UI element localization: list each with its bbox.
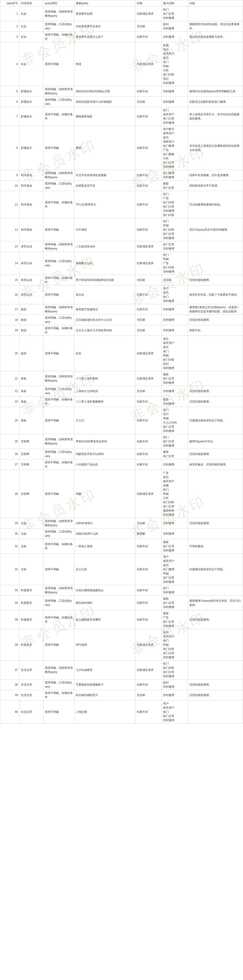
cell-issue: 微博对长信息的query需求理解能力差。 (188, 86, 243, 97)
cell-qt: 需求明确，结构简单清晰的query (43, 434, 74, 449)
cell-disp: 实时微博 (162, 304, 188, 315)
cell-q: 今年潮流 (74, 218, 136, 241)
cell-cat: 时尚美妆 (19, 218, 43, 241)
cell-issue (188, 371, 243, 386)
cell-idx: 30 (0, 528, 19, 539)
cell-disp: 热门用户同城片儿川百科热门文章实时微博 (162, 407, 188, 434)
cell-qt: 需求明确，结构简单清晰的query (43, 241, 74, 252)
cell-cat: 美食 (19, 407, 43, 434)
cell-disp: 热门相关用户热门文章实时微博 (162, 107, 188, 126)
table-row: 40生活记录需求不明确上海交通结果不好用户相关用户热门热门文章实时微博 (0, 700, 243, 724)
cell-cat: 生活记录 (19, 700, 43, 724)
cell-disp: 最新热门文章 (162, 181, 188, 191)
cell-q: TF口红推荐色号 (74, 191, 136, 218)
cell-issue: 可用性极差。 (188, 539, 243, 554)
table-row: 34科普教育需求明确，口语化的query西瓜啥时候吃结果不好最新热门文章实时微博… (0, 596, 243, 610)
table-row: 38生活记录需求明确，口语化的query可爱搞笑拍卖视频段子结果不好提问实时微博… (0, 679, 243, 690)
table-row: 30文娱需求明确，口语化的query动物庄园讲什么的被屏蔽实时微博 (0, 528, 243, 539)
cell-idx: 37 (0, 661, 19, 679)
table-row: 20旅游需求不明确奈良结果满足需求地点相关用户超话热门同城热门问答游记实时微博 (0, 336, 243, 371)
cell-qt: 需求不明确，有额外条件 (43, 396, 74, 407)
cell-q: 减脂餐怎么吃 (74, 252, 136, 275)
cell-issue: 搜索需求没有得到起因，而仅仅是香港事件。 (188, 21, 243, 32)
cell-q: 可爱搞笑拍卖视频段子 (74, 679, 136, 690)
cell-disp: 最新热门文章实时微博 (162, 596, 188, 610)
cell-disp: 提问实时微博 (162, 679, 188, 690)
cell-issue: 最新微博与query相关性非常差，完全可以换掉。 (188, 596, 243, 610)
cell-cat: 美食 (19, 386, 43, 396)
cell-disp: 实时微博 (162, 518, 188, 528)
cell-q: 1084作者简介 (74, 518, 136, 528)
table-row: 31文娱需求不明确，有额外条件一举成人资源结果不好最新热门文章实时微博可用性极差… (0, 539, 243, 554)
cell-issue: 并没有把上海堡垒以及鹿晗相关的信息展示在前面。 (188, 126, 243, 170)
cell-cat: 互联网 (19, 470, 43, 518)
cell-cat: 科普教育 (19, 610, 43, 629)
cell-disp: 超话相关用户热门同城热门问答热门文章实时微博 (162, 629, 188, 661)
cell-cat: 生活记录 (19, 690, 43, 700)
cell-issue: 结果中有该视频，但不是原微博。 (188, 170, 243, 181)
cell-qt: 需求不明确 (43, 285, 74, 304)
cell-qt: 需求不明确 (43, 218, 74, 241)
table-row: 25互联网需求明确，结构简单清晰的query苹果2019秋季发布会时间结果不好热… (0, 434, 243, 449)
cell-cat: 时尚美妆 (19, 191, 43, 218)
cell-issue: 没找到相应微博。 (188, 396, 243, 407)
cell-q: 香港事件起因 (74, 6, 136, 21)
cell-q: 上海交通 (74, 700, 136, 724)
cell-issue: 微博第2条真正符合我的query，但是第一条微博仅仅是关键词匹配，就乱匹配来。 (188, 304, 243, 315)
cell-idx: 5 (0, 86, 19, 97)
cell-qt: 需求明确，口语化的query (43, 679, 74, 690)
cell-cat: 体育运动 (19, 252, 43, 275)
cell-issue (188, 241, 243, 252)
cell-res: 无结果 (136, 325, 162, 336)
cell-idx: 7 (0, 107, 19, 126)
cell-qt: 需求明确，口语化的query (43, 596, 74, 610)
cell-idx: 18 (0, 315, 19, 325)
header-row: case序号 内容类型 query类型 搜索query 结果 展示结构 问题 (0, 0, 243, 6)
table-row: 36科普教育需求不明确HPV疫苗结果满足需求超话相关用户热门同城热门问答热门文章… (0, 629, 243, 661)
cell-issue: 没找到相应微博。 (188, 610, 243, 629)
cell-idx: 12 (0, 218, 19, 241)
cell-q: 十三香小龙虾教程 (74, 371, 136, 386)
cell-disp: 最新热门文章实时微博 (162, 539, 188, 554)
cell-cat: 互联网 (19, 449, 43, 459)
cell-idx: 1 (0, 6, 19, 21)
cell-cat: 美食 (19, 371, 43, 386)
cell-q: 台风白鹿登陆福建地点 (74, 585, 136, 596)
cell-q: 莎士比亚 (74, 554, 136, 585)
cell-res: 结果不好 (136, 434, 162, 449)
cell-cat: 互联网 (19, 459, 43, 470)
cell-issue: 对搜索结果的排列过于死板。 (188, 407, 243, 434)
cell-q: 拉双眼皮贵不贵 (74, 181, 136, 191)
cell-idx: 23 (0, 396, 19, 407)
cell-res: 结果不好 (136, 218, 162, 241)
cell-q: 鹿晗最新电影 (74, 107, 136, 126)
cell-res: 结果满足需求 (136, 629, 162, 661)
table-row: 14体育运动需求明确，口语化的query减脂餐怎么吃结果满足需求热门同城广告热门… (0, 252, 243, 275)
table-row: 18旅游需求明确，口语化的query从茨城机场到东京有什么办法无结果实时微博没找… (0, 315, 243, 325)
cell-cat: 科普教育 (19, 585, 43, 596)
cell-disp: 实时微博 (162, 32, 188, 42)
cell-qt: 需求明确，口语化的query (43, 315, 74, 325)
table-row: 33科普教育需求明确，结构简单清晰的query台风白鹿登陆福建地点结果不好热门实… (0, 585, 243, 596)
table-row: 32文娱需求不明确莎士比亚结果不好用户相关用户超话热门微博同城热门文章实时微博对… (0, 554, 243, 585)
table-row: 13体育运动需求明确，结构简单清晰的query二头肌训练动作结果满足需求热门文章… (0, 241, 243, 252)
cell-disp: 最新热门文章 (162, 449, 188, 459)
cell-cat: 影视娱乐 (19, 86, 43, 97)
cell-idx: 38 (0, 679, 19, 690)
cell-res: 结果满足需求 (136, 661, 162, 679)
cell-issue: 没找到相应微博。 (188, 690, 243, 700)
cell-qt: 需求明确，口语化的query (43, 252, 74, 275)
cell-res: 结果不好 (136, 449, 162, 459)
cell-res: 结果不好 (136, 459, 162, 470)
table-row: 15体育运动需求不明确，有额外条件男子双划500米划艇赛现在结果无结果无结果没找… (0, 275, 243, 285)
cases-table: case序号 内容类型 query类型 搜索query 结果 展示结构 问题 1… (0, 0, 243, 724)
cell-disp: 用户相关用户热门热门文章实时微博 (162, 700, 188, 724)
cell-issue (188, 585, 243, 596)
cell-cat: 美食 (19, 396, 43, 407)
cell-issue (188, 629, 243, 661)
cell-idx: 27 (0, 459, 19, 470)
header-qt: query类型 (43, 0, 74, 6)
cell-res: 结果满足需求 (136, 6, 162, 21)
table-row: 16体育运动需求不明确亚运会结果不好用户超话热门实时微博相关性非常差，匹配了大量… (0, 285, 243, 304)
cell-q: 十三香小龙虾视频教程 (74, 396, 136, 407)
